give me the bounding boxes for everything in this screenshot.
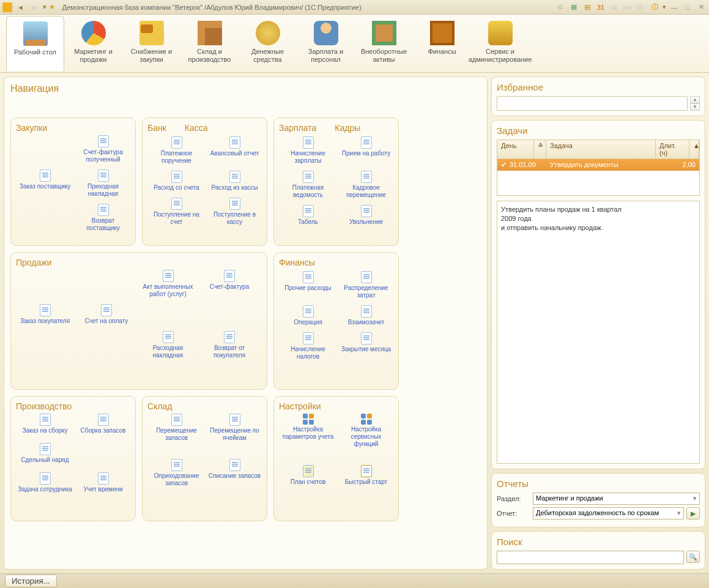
nav-item[interactable]: Расход со счета bbox=[147, 169, 206, 193]
section-tab[interactable]: Снабжение и закупки bbox=[122, 16, 180, 71]
mem-mplus-button[interactable]: M+ bbox=[622, 2, 633, 12]
nav-item[interactable]: Расход из кассы bbox=[206, 169, 264, 193]
nav-item[interactable]: Возврат поставщику bbox=[74, 203, 132, 233]
nav-item[interactable]: Начисление зарплаты bbox=[279, 135, 337, 166]
nav-item[interactable]: Платежное поручение bbox=[147, 135, 206, 166]
nav-item-label: Сборка запасов bbox=[80, 427, 125, 434]
scroll-up-icon[interactable]: ▲ bbox=[689, 140, 699, 158]
nav-item[interactable]: Увольнение bbox=[337, 204, 395, 227]
section-tab[interactable]: Маркетинг и продажи bbox=[64, 16, 122, 71]
section-tab[interactable]: Денежные средства bbox=[239, 16, 297, 71]
dropdown-icon[interactable]: ▾ bbox=[43, 3, 46, 11]
report-dropdown[interactable]: Дебиторская задолженность по срокам bbox=[533, 507, 684, 519]
nav-item[interactable]: Счет на оплату bbox=[78, 303, 136, 326]
section-tab[interactable]: Рабочий стол bbox=[6, 16, 64, 71]
favorite-icon[interactable]: ★ bbox=[49, 3, 55, 11]
document-icon bbox=[361, 205, 372, 217]
nav-back-icon[interactable]: ◄ bbox=[15, 4, 26, 11]
calendar-icon[interactable]: 31 bbox=[595, 2, 606, 12]
nav-item[interactable]: Распределение затрат bbox=[337, 270, 395, 300]
nav-item[interactable]: Счет-фактура bbox=[201, 269, 259, 299]
nav-item[interactable]: Табель bbox=[279, 204, 337, 227]
fav-add-icon[interactable]: ☆ bbox=[555, 2, 566, 12]
nav-item[interactable]: Заказ поставщику bbox=[16, 168, 74, 199]
task-list[interactable]: ✔ 31.01.09 Утвердить документы 2,00 bbox=[497, 159, 700, 196]
nav-item[interactable]: Заказ на сборку bbox=[16, 412, 74, 436]
nav-item[interactable]: Прочие расходы bbox=[279, 270, 337, 300]
info-dropdown-icon[interactable]: ▾ bbox=[663, 3, 666, 11]
nav-item[interactable]: План счетов bbox=[279, 464, 337, 487]
search-button[interactable]: 🔍 bbox=[686, 551, 700, 563]
document-icon bbox=[303, 332, 314, 344]
section-tab[interactable]: Финансы bbox=[413, 16, 471, 71]
col-task[interactable]: Задача bbox=[546, 140, 656, 158]
section-tab[interactable]: Сервис и администрирование bbox=[471, 16, 529, 71]
calc-icon[interactable]: ▤ bbox=[582, 2, 593, 12]
tool-icon-1[interactable]: ▦ bbox=[568, 2, 579, 12]
document-icon bbox=[163, 331, 174, 343]
nav-item[interactable]: Операция bbox=[279, 304, 337, 327]
nav-group-title: БанкКасса bbox=[147, 123, 262, 133]
nav-item[interactable]: Списание запасов bbox=[206, 458, 264, 488]
nav-item[interactable]: Оприходование запасов bbox=[147, 458, 206, 488]
nav-item[interactable]: Платежная ведомость bbox=[279, 169, 337, 200]
nav-item[interactable]: Прием на работу bbox=[337, 135, 395, 166]
minimize-button[interactable]: — bbox=[669, 2, 680, 12]
ic-desk-icon bbox=[23, 21, 48, 46]
run-report-button[interactable]: ▶ bbox=[686, 507, 700, 519]
nav-item[interactable]: Счет-фактура полученный bbox=[74, 134, 132, 165]
nav-item[interactable]: Взаимозачет bbox=[337, 304, 395, 327]
nav-item[interactable]: Задача сотрудника bbox=[16, 471, 74, 494]
col-duration[interactable]: Длит. (ч) bbox=[656, 140, 689, 158]
section-dropdown[interactable]: Маркетинг и продажи bbox=[533, 493, 700, 505]
nav-item[interactable]: Поступление на счет bbox=[147, 196, 206, 227]
document-icon bbox=[40, 169, 51, 182]
document-icon bbox=[98, 204, 109, 216]
nav-item[interactable]: Настройка сервисных функций bbox=[337, 412, 395, 449]
nav-item[interactable]: Настройка параметров учета bbox=[279, 412, 337, 449]
document-icon bbox=[303, 271, 314, 283]
nav-item[interactable]: Акт выполненных работ (услуг) bbox=[139, 269, 197, 299]
task-row[interactable]: ✔ 31.01.09 Утвердить документы 2,00 bbox=[497, 159, 699, 171]
nav-item[interactable]: Заказ покупателя bbox=[16, 303, 74, 326]
col-sort-icon[interactable]: ≙ bbox=[534, 140, 546, 158]
favorites-input[interactable] bbox=[497, 96, 688, 111]
nav-item-label: Заказ на сборку bbox=[22, 427, 67, 434]
nav-item[interactable]: Приходная накладная bbox=[74, 168, 132, 199]
nav-item[interactable]: Быстрый старт bbox=[337, 464, 395, 487]
favorites-down-icon[interactable]: ▼ bbox=[690, 103, 700, 111]
cfg-icon bbox=[361, 414, 372, 425]
nav-item[interactable]: Перемещение запасов bbox=[147, 412, 206, 443]
nav-item[interactable]: Расходная накладная bbox=[139, 330, 197, 360]
maximize-button[interactable]: □ bbox=[682, 2, 693, 12]
nav-item[interactable]: Сборка запасов bbox=[74, 412, 132, 436]
search-input[interactable] bbox=[497, 551, 684, 564]
section-tab[interactable]: Склад и производство bbox=[180, 16, 239, 71]
nav-item[interactable]: Авансовый отчет bbox=[206, 135, 264, 166]
document-icon bbox=[98, 414, 109, 426]
section-tab[interactable]: Зарплата и персонал bbox=[297, 16, 355, 71]
history-button[interactable]: История... bbox=[5, 575, 57, 587]
close-button[interactable]: ✕ bbox=[696, 2, 707, 12]
nav-fwd-icon[interactable]: ► bbox=[29, 4, 40, 11]
nav-group-title: ЗарплатаКадры bbox=[279, 123, 393, 133]
mem-mminus-button[interactable]: M- bbox=[636, 2, 647, 12]
nav-item[interactable]: Поступление в кассу bbox=[206, 196, 264, 227]
nav-item[interactable]: Сдельный наряд bbox=[16, 442, 74, 465]
list-icon bbox=[303, 465, 314, 477]
nav-item[interactable]: Закрытие месяца bbox=[337, 331, 395, 362]
section-tab[interactable]: Внеоборотные активы bbox=[355, 16, 413, 71]
mem-m-button[interactable]: M bbox=[609, 2, 620, 12]
tab-label: Внеоборотные активы bbox=[355, 48, 413, 64]
document-icon bbox=[163, 270, 174, 282]
info-icon[interactable]: ⓘ bbox=[649, 2, 660, 12]
nav-item[interactable]: Возврат от покупателя bbox=[201, 330, 259, 360]
nav-item[interactable]: Кадровое перемещение bbox=[337, 169, 395, 200]
nav-item[interactable]: Перемещение по ячейкам bbox=[206, 412, 264, 443]
favorites-up-icon[interactable]: ▲ bbox=[690, 96, 700, 103]
nav-item-label: Перемещение запасов bbox=[149, 427, 204, 442]
document-icon bbox=[303, 205, 314, 217]
nav-item[interactable]: Учет времени bbox=[74, 471, 132, 494]
nav-item[interactable]: Начисление налогов bbox=[279, 331, 337, 362]
col-day[interactable]: День bbox=[497, 140, 534, 158]
